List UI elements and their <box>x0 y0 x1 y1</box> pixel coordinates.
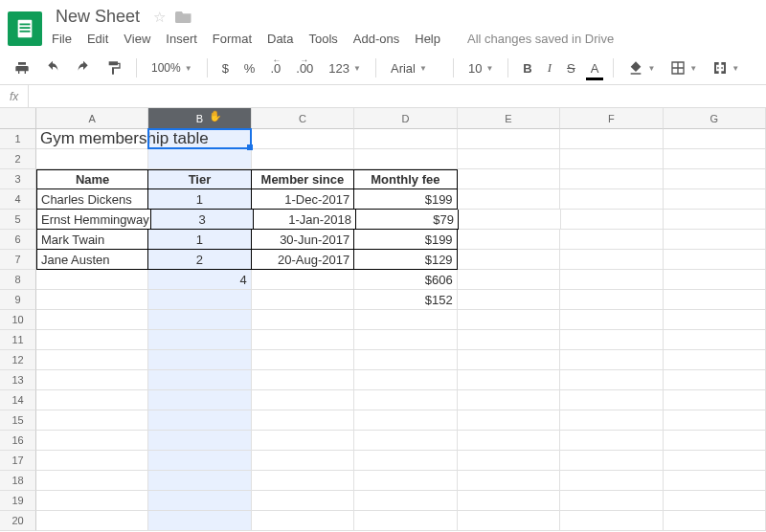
cell[interactable] <box>36 451 148 471</box>
cell[interactable] <box>458 410 560 431</box>
document-title[interactable]: New Sheet <box>52 6 144 28</box>
cell[interactable] <box>354 310 457 330</box>
cell[interactable] <box>252 511 354 531</box>
cell[interactable]: 2 <box>148 250 251 270</box>
row-header[interactable]: 20 <box>0 511 36 531</box>
cell[interactable]: Ernst Hemmingway <box>36 210 151 230</box>
cell[interactable]: 20-Aug-2017 <box>252 250 354 270</box>
cell[interactable] <box>36 491 148 511</box>
cell[interactable] <box>560 250 663 270</box>
cell[interactable] <box>252 149 354 169</box>
cell[interactable] <box>560 350 663 370</box>
cell[interactable]: 3 <box>151 210 254 230</box>
cell[interactable] <box>36 310 148 330</box>
cell[interactable] <box>354 491 457 511</box>
cell[interactable] <box>664 210 766 230</box>
cell[interactable] <box>36 390 148 410</box>
cell[interactable] <box>458 270 560 290</box>
star-icon[interactable]: ☆ <box>153 9 166 26</box>
cell[interactable] <box>354 149 457 169</box>
cell[interactable] <box>458 149 560 169</box>
cell[interactable] <box>560 169 663 189</box>
column-header-f[interactable]: F <box>560 108 663 129</box>
column-header-b[interactable]: B✋ <box>148 108 251 129</box>
cell[interactable] <box>458 250 560 270</box>
cell[interactable] <box>664 169 766 189</box>
cell[interactable] <box>560 230 663 250</box>
cell[interactable] <box>252 270 354 290</box>
cell[interactable]: Name <box>36 169 148 189</box>
row-header[interactable]: 14 <box>0 390 36 410</box>
cell[interactable]: 30-Jun-2017 <box>252 230 354 250</box>
cell[interactable] <box>664 390 766 410</box>
cell[interactable] <box>36 370 148 390</box>
cell[interactable] <box>354 129 457 149</box>
cell[interactable] <box>252 390 354 410</box>
cell[interactable] <box>252 431 354 451</box>
folder-icon[interactable] <box>175 9 192 26</box>
cell[interactable] <box>458 491 560 511</box>
font-family-dropdown[interactable]: Arial▼ <box>386 58 443 78</box>
cell[interactable] <box>36 330 148 350</box>
cell[interactable] <box>458 189 560 210</box>
menu-help[interactable]: Help <box>415 32 440 46</box>
more-formats-dropdown[interactable]: 123▼ <box>324 58 366 78</box>
cell[interactable] <box>458 370 560 390</box>
row-header[interactable]: 2 <box>0 149 36 169</box>
cell[interactable]: 4 <box>148 270 251 290</box>
bold-button[interactable]: B <box>518 58 536 78</box>
cell[interactable] <box>664 310 766 330</box>
font-size-dropdown[interactable]: 10▼ <box>463 58 498 78</box>
cell[interactable] <box>252 491 354 511</box>
menu-tools[interactable]: Tools <box>308 32 337 46</box>
row-header[interactable]: 4 <box>0 189 36 210</box>
cell[interactable]: 1 <box>148 189 251 210</box>
cell[interactable] <box>36 290 148 310</box>
menu-view[interactable]: View <box>124 32 150 46</box>
cell[interactable] <box>560 390 663 410</box>
row-header[interactable]: 6 <box>0 230 36 250</box>
column-header-e[interactable]: E <box>458 108 560 129</box>
cell[interactable] <box>36 270 148 290</box>
row-header[interactable]: 17 <box>0 451 36 471</box>
row-header[interactable]: 3 <box>0 169 36 189</box>
format-currency-button[interactable]: $ <box>217 58 234 78</box>
cell[interactable] <box>148 491 251 511</box>
cell[interactable]: Jane Austen <box>36 250 148 270</box>
cell[interactable] <box>148 390 251 410</box>
sheets-logo[interactable] <box>8 11 42 46</box>
cell[interactable] <box>148 410 251 431</box>
cell[interactable] <box>252 350 354 370</box>
row-header[interactable]: 5 <box>0 210 36 230</box>
print-button[interactable] <box>10 57 34 78</box>
cell[interactable] <box>664 189 766 210</box>
column-header-d[interactable]: D <box>354 108 457 129</box>
fill-color-button[interactable]: ▼ <box>623 57 660 78</box>
menu-data[interactable]: Data <box>267 32 293 46</box>
cell[interactable] <box>354 431 457 451</box>
cell[interactable] <box>148 310 251 330</box>
cell[interactable]: $606 <box>354 270 457 290</box>
cell[interactable] <box>148 471 251 491</box>
cell[interactable] <box>148 511 251 531</box>
cell[interactable] <box>354 350 457 370</box>
menu-edit[interactable]: Edit <box>87 32 108 46</box>
menu-addons[interactable]: Add-ons <box>353 32 399 46</box>
cell[interactable] <box>354 451 457 471</box>
row-header[interactable]: 19 <box>0 491 36 511</box>
column-header-g[interactable]: G <box>664 108 766 129</box>
row-header[interactable]: 16 <box>0 431 36 451</box>
cell[interactable]: 1-Jan-2018 <box>254 210 356 230</box>
cell[interactable]: $199 <box>354 189 457 210</box>
cell[interactable] <box>252 310 354 330</box>
cell[interactable] <box>252 370 354 390</box>
strikethrough-button[interactable]: S <box>562 58 580 78</box>
cell[interactable] <box>458 290 560 310</box>
cell[interactable] <box>560 149 663 169</box>
cell[interactable]: $129 <box>354 250 457 270</box>
row-header[interactable]: 9 <box>0 290 36 310</box>
cell[interactable] <box>36 350 148 370</box>
cell[interactable] <box>664 230 766 250</box>
cell[interactable] <box>560 511 663 531</box>
cell[interactable] <box>560 471 663 491</box>
